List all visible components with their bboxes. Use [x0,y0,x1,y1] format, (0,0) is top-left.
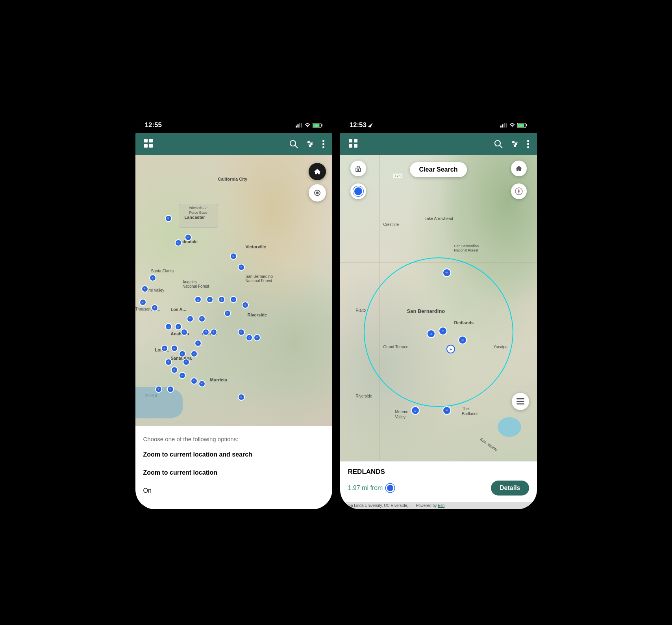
marker-31[interactable] [165,359,172,366]
filter-icon-left[interactable] [306,140,315,148]
location-arrow-icon [368,123,373,128]
svg-rect-31 [502,124,503,128]
marker-19[interactable] [181,329,188,336]
marker-palmdale[interactable] [175,239,182,246]
home-button-left[interactable] [309,163,326,180]
location-card: REDLANDS 1.97 mi from Details [340,461,537,502]
more-icon-left[interactable] [322,140,324,148]
svg-point-20 [322,140,324,142]
powered-by-text: Powered by [416,503,437,508]
status-bar-left: 12:55 ⚡ [135,116,332,133]
option-zoom-only[interactable]: Zoom to current location [143,464,324,482]
marker-30[interactable] [183,359,190,366]
grid-button-right[interactable] [348,138,358,150]
details-button[interactable]: Details [491,481,529,496]
marker-27[interactable] [171,345,178,352]
marker-18[interactable] [165,323,172,330]
map-attribution: Loma Linda University, UC Riverside, ...… [340,502,537,509]
lock-button[interactable] [350,161,366,176]
more-icon-right[interactable] [527,140,529,148]
svg-rect-9 [149,139,153,142]
map-label-173: 173 [393,174,402,178]
home-button-right[interactable] [511,161,527,176]
marker-23[interactable] [246,334,253,341]
map-area-right[interactable]: 173 Crestline Lake Arrowhead San Bernard… [340,155,537,461]
svg-rect-11 [149,144,153,148]
svg-rect-3 [301,123,302,128]
location-dot-button[interactable] [350,183,366,199]
marker-36[interactable] [155,386,162,393]
marker-16[interactable] [198,315,205,322]
marker-34[interactable] [191,377,198,385]
attribution-text: Loma Linda University, UC Riverside, ... [343,503,413,508]
marker-7[interactable] [139,299,146,306]
bottom-sheet-prompt: Choose one of the following options: [143,436,324,442]
location-indicator [386,484,394,492]
svg-rect-32 [504,123,505,128]
marker-21[interactable] [210,329,217,336]
compass-button-right[interactable] [511,183,527,199]
marker-33[interactable] [179,372,186,379]
rmarker-nav[interactable] [446,345,455,353]
svg-point-52 [527,146,529,148]
marker-12[interactable] [230,296,237,303]
marker-29[interactable] [191,350,198,357]
svg-point-18 [311,143,312,145]
marker-9[interactable] [194,296,202,303]
marker-28[interactable] [179,350,186,357]
marker-38[interactable] [238,394,245,401]
marker-25[interactable] [194,340,202,347]
marker-1[interactable] [165,215,172,222]
marker-20[interactable] [202,329,209,336]
search-icon-left[interactable] [289,140,298,148]
marker-6[interactable] [141,285,148,292]
esri-link[interactable]: Esri [438,503,444,508]
marker-4[interactable] [238,264,245,271]
home-icon-right [515,165,522,172]
marker-37[interactable] [167,386,174,393]
marker-13[interactable] [242,301,249,309]
marker-35[interactable] [198,380,205,387]
marker-26[interactable] [161,345,168,352]
clear-search-label: Clear Search [419,166,458,173]
map-label-moreno-valley: MorenoValley [395,409,409,420]
option-zoom-search[interactable]: Zoom to current location and search [143,446,324,464]
marker-17[interactable] [175,323,182,330]
marker-3[interactable] [230,253,237,260]
rmarker-3[interactable] [458,336,467,344]
marker-32[interactable] [171,366,178,374]
option-on[interactable]: On [143,482,324,500]
marker-22[interactable] [238,329,245,336]
rmarker-diamond[interactable] [427,329,435,338]
location-button-left[interactable] [309,184,326,202]
marker-8[interactable] [151,304,158,311]
map-label-rialto: Rialto [356,308,366,312]
filter-icon-right[interactable] [511,140,519,148]
map-label-angeles-nf: AngelesNational Forest [183,280,209,288]
map-label-redlands: Redlands [454,320,474,325]
bottom-sheet-left: Choose one of the following options: Zoo… [135,426,332,509]
rmarker-1[interactable] [442,268,451,277]
rmarker-moreno[interactable] [442,406,451,415]
search-icon-right[interactable] [494,140,503,148]
marker-24[interactable] [254,334,261,341]
menu-list-button[interactable] [512,393,529,410]
clear-search-button[interactable]: Clear Search [410,162,467,177]
rmarker-2[interactable] [439,327,447,335]
marker-15[interactable] [187,315,194,322]
battery-icon-left: ⚡ [313,123,323,128]
map-label-san-bernardino: San Bernardino [407,308,445,314]
location-card-bottom: 1.97 mi from Details [348,481,529,496]
marker-14[interactable] [224,310,231,317]
marker-2[interactable] [185,234,192,241]
marker-5[interactable] [149,274,156,281]
rmarker-diamond2[interactable] [411,406,420,415]
grid-icon-left [143,138,154,148]
location-title: REDLANDS [348,468,529,476]
grid-button-left[interactable] [143,138,154,150]
map-label-lake-arrowhead: Lake Arrowhead [425,216,453,221]
marker-11[interactable] [218,296,225,303]
lake-area [498,417,521,437]
marker-10[interactable] [206,296,213,303]
map-area-left[interactable]: Edwards AirForce Base California City La… [135,155,332,426]
